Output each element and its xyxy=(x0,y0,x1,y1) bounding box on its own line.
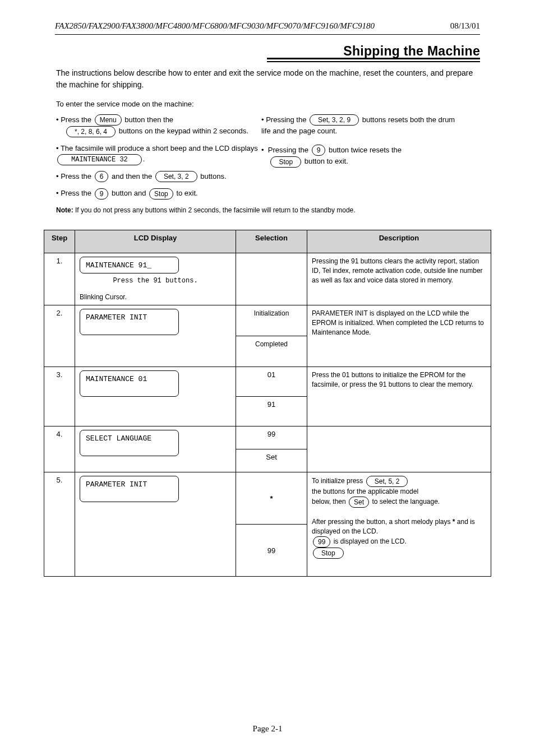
intro-left-b2: • The facsimile will produce a short bee… xyxy=(56,143,258,165)
lcd-box: MAINTENANCE 91_ xyxy=(80,257,179,273)
th-step: Step xyxy=(44,230,75,253)
table-row: 4. SELECT LANGUAGE 99 xyxy=(44,426,491,449)
cell-sel: Set xyxy=(236,449,307,472)
intro-note: Note: If you do not press any buttons wi… xyxy=(56,205,479,215)
cell-desc xyxy=(307,426,491,472)
th-lcd: LCD Display xyxy=(75,230,236,253)
asterisk-icon: * xyxy=(453,518,455,526)
main-table: Step LCD Display Selection Description 1… xyxy=(44,230,491,577)
cell-lcd: MAINTENANCE 01 xyxy=(75,367,236,426)
lcd-box: PARAMETER INIT xyxy=(80,309,179,335)
table-row: 2. PARAMETER INIT Initialization PARAMET… xyxy=(44,305,491,336)
cell-lcd: PARAMETER INIT xyxy=(75,305,236,367)
cell-sel: Completed xyxy=(236,336,307,367)
header-right: 08/13/01 xyxy=(450,21,480,31)
table-row: 5. PARAMETER INIT * To initialize press … xyxy=(44,472,491,525)
cell-sel: * xyxy=(236,472,307,525)
asterisk-icon: * xyxy=(270,494,273,503)
lcd-box: MAINTENANCE 01 xyxy=(80,370,179,397)
cell-desc: PARAMETER INIT is displayed on the LCD w… xyxy=(307,305,491,367)
cell-lcd: MAINTENANCE 91_ Press the 91 buttons. Bl… xyxy=(75,253,236,305)
cell-lcd: SELECT LANGUAGE xyxy=(75,426,236,472)
cell-desc: To initialize press Set, 5, 2 the button… xyxy=(307,472,491,577)
key-set329: Set, 3, 2, 9 xyxy=(310,114,359,126)
cell-sel xyxy=(236,253,307,305)
section-title: Shipping the Machine xyxy=(343,44,480,59)
page: FAX2850/FAX2900/FAX3800/MFC4800/MFC6800/… xyxy=(0,0,535,756)
lcd-caption: Press the 91 buttons. xyxy=(80,277,231,285)
intro-lead: The instructions below describe how to e… xyxy=(56,67,479,91)
intro-columns: • Press the Menu button then the *, 2, 8… xyxy=(56,114,467,200)
cell-sel: 99 xyxy=(236,525,307,577)
cell-step: 3. xyxy=(44,367,75,426)
cell-step: 1. xyxy=(44,253,75,305)
th-sel: Selection xyxy=(236,230,307,253)
intro-block: The instructions below describe how to e… xyxy=(56,67,479,215)
lcd-box: PARAMETER INIT xyxy=(80,476,179,502)
key-stop: Stop xyxy=(149,188,173,200)
cell-sel: 91 xyxy=(236,397,307,426)
cell-desc: Pressing the 91 buttons clears the activ… xyxy=(307,253,491,305)
key-stop-b: Stop xyxy=(270,156,301,168)
key-set2: Set xyxy=(349,497,369,508)
cell-step: 5. xyxy=(44,472,75,577)
key-99: 99 xyxy=(313,536,330,548)
cell-desc: Press the 01 buttons to initialize the E… xyxy=(307,367,491,426)
cell-sel: 99 xyxy=(236,426,307,449)
page-header: FAX2850/FAX2900/FAX3800/MFC4800/MFC6800/… xyxy=(55,21,480,35)
key-9b: 9 xyxy=(312,145,326,156)
intro-left-b1: • Press the Menu button then the *, 2, 8… xyxy=(56,114,258,137)
key-menu: Menu xyxy=(95,114,122,126)
cell-sel: Initialization xyxy=(236,305,307,336)
lcd-box: SELECT LANGUAGE xyxy=(80,430,179,456)
header-left: FAX2850/FAX2900/FAX3800/MFC4800/MFC6800/… xyxy=(55,21,375,31)
cell-lcd: PARAMETER INIT xyxy=(75,472,236,577)
intro-left-b4: • Press the 9 button and Stop to exit. xyxy=(56,188,258,200)
key-star2864: *, 2, 8, 6, 4 xyxy=(66,126,116,137)
cell-sel: 01 xyxy=(236,367,307,397)
double-rule xyxy=(267,58,480,62)
lcd-note: Blinking Cursor. xyxy=(80,293,231,302)
key-9: 9 xyxy=(95,188,109,200)
key-6: 6 xyxy=(95,171,109,182)
key-set52: Set, 5, 2 xyxy=(366,476,408,487)
table-row: 1. MAINTENANCE 91_ Press the 91 buttons.… xyxy=(44,253,491,305)
intro-left-b3: • Press the 6 and then the Set, 3, 2 but… xyxy=(56,171,258,183)
table-row: 3. MAINTENANCE 01 01 Press the 01 button… xyxy=(44,367,491,397)
lcd-maint32: MAINTENANCE 32 xyxy=(57,154,142,165)
cell-step: 4. xyxy=(44,426,75,472)
intro-right-b2: • Pressing the 9 button twice resets the… xyxy=(261,145,463,168)
key-stop-c: Stop xyxy=(313,548,344,559)
th-desc: Description xyxy=(307,230,491,253)
intro-sub: To enter the service mode on the machine… xyxy=(56,99,479,110)
intro-right-b1: • Pressing the Set, 3, 2, 9 buttons rese… xyxy=(261,114,463,137)
intro-left-col: • Press the Menu button then the *, 2, 8… xyxy=(56,114,261,200)
cell-step: 2. xyxy=(44,305,75,367)
page-footer: Page 2-1 xyxy=(0,724,535,734)
key-set32: Set, 3, 2 xyxy=(155,171,197,182)
table-header-row: Step LCD Display Selection Description xyxy=(44,230,491,253)
intro-right-col: • Pressing the Set, 3, 2, 9 buttons rese… xyxy=(261,114,467,200)
